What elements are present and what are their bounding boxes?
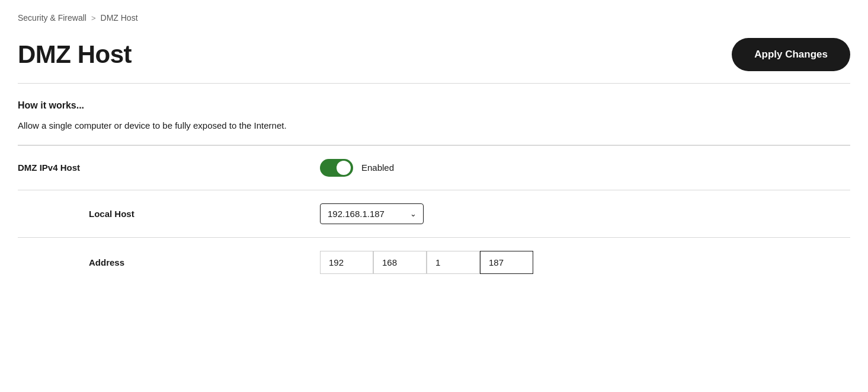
ip-inputs bbox=[320, 251, 533, 274]
ip-octet-3[interactable] bbox=[427, 251, 480, 274]
local-host-select-wrapper: 192.168.1.187 192.168.1.1 192.168.1.100 … bbox=[320, 203, 424, 224]
breadcrumb: Security & Firewall > DMZ Host bbox=[18, 0, 850, 28]
ip-octet-2[interactable] bbox=[373, 251, 427, 274]
page-wrapper: Security & Firewall > DMZ Host DMZ Host … bbox=[0, 0, 868, 287]
breadcrumb-current: DMZ Host bbox=[101, 13, 138, 23]
address-row: Address bbox=[18, 237, 850, 287]
dmz-ipv4-toggle[interactable] bbox=[320, 159, 353, 177]
toggle-status-label: Enabled bbox=[361, 162, 394, 173]
toggle-slider bbox=[320, 159, 353, 177]
page-title: DMZ Host bbox=[18, 40, 132, 69]
breadcrumb-parent[interactable]: Security & Firewall bbox=[18, 13, 87, 23]
address-control bbox=[320, 251, 533, 274]
dmz-ipv4-control: Enabled bbox=[320, 159, 394, 177]
header-row: DMZ Host Apply Changes bbox=[18, 28, 850, 83]
how-it-works-title: How it works... bbox=[18, 100, 850, 111]
dmz-ipv4-row: DMZ IPv4 Host Enabled bbox=[18, 145, 850, 190]
ip-octet-1[interactable] bbox=[320, 251, 373, 274]
local-host-control: 192.168.1.187 192.168.1.1 192.168.1.100 … bbox=[320, 203, 424, 224]
local-host-row: Local Host 192.168.1.187 192.168.1.1 192… bbox=[18, 190, 850, 237]
address-label: Address bbox=[18, 257, 148, 267]
local-host-select[interactable]: 192.168.1.187 192.168.1.1 192.168.1.100 bbox=[320, 203, 424, 224]
local-host-label: Local Host bbox=[18, 209, 148, 219]
breadcrumb-separator: > bbox=[91, 14, 96, 23]
toggle-wrapper: Enabled bbox=[320, 159, 394, 177]
how-it-works-description: Allow a single computer or device to be … bbox=[18, 119, 350, 133]
ip-octet-4[interactable] bbox=[480, 251, 533, 274]
dmz-ipv4-label: DMZ IPv4 Host bbox=[18, 162, 148, 173]
how-it-works-section: How it works... Allow a single computer … bbox=[18, 84, 850, 145]
apply-changes-button[interactable]: Apply Changes bbox=[732, 38, 850, 71]
